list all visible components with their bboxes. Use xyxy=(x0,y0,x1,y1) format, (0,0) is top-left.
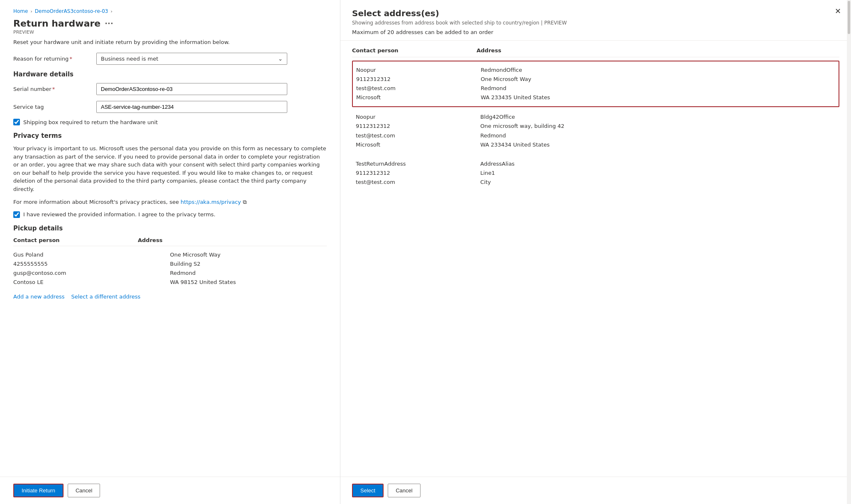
page-description: Reset your hardware unit and initiate re… xyxy=(13,39,327,45)
scrollbar-thumb xyxy=(848,1,850,34)
addr-contact-2-line1: Noopur xyxy=(356,113,480,122)
panel-cancel-button[interactable]: Cancel xyxy=(388,484,420,497)
addr-address-2-line4: WA 233434 United States xyxy=(480,140,836,149)
addr-address-3-line2: Line1 xyxy=(480,169,836,178)
addr-contact-3-line2: 9112312312 xyxy=(356,169,480,178)
agree-label: I have reviewed the provided information… xyxy=(23,211,215,218)
address-line4: WA 98152 United States xyxy=(170,278,327,287)
contact-name: Gus Poland xyxy=(13,250,170,259)
addr-address-1: RedmondOffice One Microsoft Way Redmond … xyxy=(481,66,835,102)
pickup-header: Contact person Address xyxy=(13,237,327,246)
panel-info: Maximum of 20 addresses can be added to … xyxy=(352,29,839,35)
addr-contact-1-line1: Noopur xyxy=(356,66,481,75)
breadcrumb-order[interactable]: DemoOrderAS3contoso-re-03 xyxy=(35,8,108,14)
privacy-body1: Your privacy is important to us. Microso… xyxy=(13,144,327,193)
right-content: Contact person Address Noopur 9112312312… xyxy=(340,41,851,477)
addr-address-2-line3: Redmond xyxy=(480,131,836,140)
pickup-details-row: Gus Poland 4255555555 gusp@contoso.com C… xyxy=(13,250,327,289)
reason-field: Business need is met ⌄ xyxy=(96,53,327,65)
breadcrumb: Home › DemoOrderAS3contoso-re-03 › xyxy=(13,8,327,14)
addr-address-2-line2: One microsoft way, building 42 xyxy=(480,122,836,131)
address-row-1[interactable]: Noopur 9112312312 test@test.com Microsof… xyxy=(352,61,839,107)
service-tag-input[interactable] xyxy=(96,101,287,113)
address-contact-header: Contact person xyxy=(352,47,477,54)
addr-address-1-line3: Redmond xyxy=(481,84,835,93)
addr-address-2-line1: Bldg42Office xyxy=(480,113,836,122)
serial-field xyxy=(96,83,327,95)
breadcrumb-chevron-2: › xyxy=(110,9,112,14)
serial-label: Serial number* xyxy=(13,86,96,92)
address-row-2[interactable]: Noopur 9112312312 test@test.com Microsof… xyxy=(352,108,839,154)
panel-subtitle: Showing addresses from address book with… xyxy=(352,20,839,26)
address-line3: Redmond xyxy=(170,269,327,278)
service-tag-row: Service tag xyxy=(13,101,327,113)
addr-contact-2-line2: 9112312312 xyxy=(356,122,480,131)
shipping-checkbox[interactable] xyxy=(13,119,20,125)
preview-badge: PREVIEW xyxy=(13,29,327,35)
reason-row: Reason for returning* Business need is m… xyxy=(13,53,327,65)
select-button[interactable]: Select xyxy=(352,484,384,497)
addr-address-3: AddressAlias Line1 City xyxy=(480,159,836,187)
service-tag-field xyxy=(96,101,327,113)
addr-contact-3-line3: test@test.com xyxy=(356,178,480,187)
breadcrumb-home[interactable]: Home xyxy=(13,8,28,14)
more-options-icon[interactable]: ··· xyxy=(105,19,113,28)
left-content: Home › DemoOrderAS3contoso-re-03 › Retur… xyxy=(0,0,340,477)
reason-label: Reason for returning* xyxy=(13,56,96,62)
right-panel-header: Select address(es) Showing addresses fro… xyxy=(340,0,851,41)
addr-contact-1: Noopur 9112312312 test@test.com Microsof… xyxy=(356,66,481,102)
addr-contact-2-line3: test@test.com xyxy=(356,131,480,140)
breadcrumb-chevron-1: › xyxy=(30,9,32,14)
right-panel-wrapper: Select address(es) Showing addresses fro… xyxy=(340,0,851,504)
left-panel: Home › DemoOrderAS3contoso-re-03 › Retur… xyxy=(0,0,340,504)
address-row-3[interactable]: TestReturnAddress 9112312312 test@test.c… xyxy=(352,155,839,191)
address-line2: Building S2 xyxy=(170,259,327,269)
addr-contact-3: TestReturnAddress 9112312312 test@test.c… xyxy=(356,159,480,187)
initiate-return-button[interactable]: Initiate Return xyxy=(13,484,64,497)
serial-input[interactable] xyxy=(96,83,287,95)
left-footer: Initiate Return Cancel xyxy=(0,477,340,504)
address-table-header: Contact person Address xyxy=(352,47,839,57)
serial-row: Serial number* xyxy=(13,83,327,95)
link-actions: Add a new address Select a different add… xyxy=(13,294,327,300)
hardware-details-title: Hardware details xyxy=(13,71,327,78)
privacy-title: Privacy terms xyxy=(13,132,327,139)
addr-contact-3-line1: TestReturnAddress xyxy=(356,159,480,169)
cancel-button[interactable]: Cancel xyxy=(68,484,100,497)
privacy-link[interactable]: https://aka.ms/privacy xyxy=(181,199,241,205)
contact-email: gusp@contoso.com xyxy=(13,269,170,278)
shipping-checkbox-label: Shipping box required to return the hard… xyxy=(23,119,158,125)
agree-checkbox-row: I have reviewed the provided information… xyxy=(13,211,327,218)
pickup-contact-header: Contact person xyxy=(13,237,138,243)
addr-address-3-line1: AddressAlias xyxy=(480,159,836,169)
contact-company: Contoso LE xyxy=(13,278,170,287)
dropdown-chevron-icon: ⌄ xyxy=(278,56,283,62)
agree-checkbox[interactable] xyxy=(13,211,20,218)
add-new-address-link[interactable]: Add a new address xyxy=(13,294,64,300)
addr-address-2: Bldg42Office One microsoft way, building… xyxy=(480,113,836,149)
reason-value: Business need is met xyxy=(101,56,158,62)
shipping-checkbox-row: Shipping box required to return the hard… xyxy=(13,119,327,125)
address-address-header: Address xyxy=(477,47,839,54)
pickup-contact: Gus Poland 4255555555 gusp@contoso.com C… xyxy=(13,250,170,287)
addr-address-3-line3: City xyxy=(480,178,836,187)
pickup-title: Pickup details xyxy=(13,225,327,232)
address-line1: One Microsoft Way xyxy=(170,250,327,259)
right-panel: Select address(es) Showing addresses fro… xyxy=(340,0,851,504)
addr-contact-2-line4: Microsoft xyxy=(356,140,480,149)
scrollbar[interactable] xyxy=(847,0,851,504)
privacy-body2: For more information about Microsoft's p… xyxy=(13,198,327,206)
page-title-row: Return hardware ··· xyxy=(13,18,327,29)
pickup-address: One Microsoft Way Building S2 Redmond WA… xyxy=(170,250,327,287)
addr-address-1-line1: RedmondOffice xyxy=(481,66,835,75)
contact-phone: 4255555555 xyxy=(13,259,170,269)
addr-contact-1-line2: 9112312312 xyxy=(356,75,481,84)
select-different-address-link[interactable]: Select a different address xyxy=(71,294,140,300)
addr-contact-1-line4: Microsoft xyxy=(356,93,481,102)
reason-dropdown[interactable]: Business need is met ⌄ xyxy=(96,53,287,65)
addr-address-1-line4: WA 233435 United States xyxy=(481,93,835,102)
page-title: Return hardware xyxy=(13,18,100,29)
right-panel-footer: Select Cancel xyxy=(340,477,851,504)
close-panel-button[interactable]: ✕ xyxy=(835,7,841,15)
panel-title: Select address(es) xyxy=(352,8,839,18)
